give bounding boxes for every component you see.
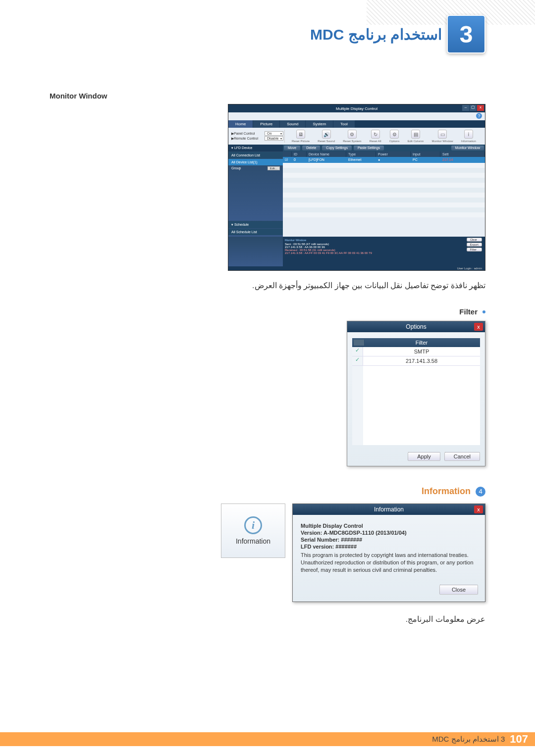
reset-sound-button[interactable]: 🔊Reset Sound <box>318 130 335 143</box>
information-heading: Information 4 <box>422 486 485 497</box>
options-dialog-title: Options x <box>347 321 485 332</box>
options-dialog: Options x Filter ✓ SMTP ✓ 217.141.3.58 A… <box>347 321 485 466</box>
filter-header-label: Filter <box>365 340 479 346</box>
tab-home[interactable]: Home <box>228 120 253 128</box>
info-dialog-close-button[interactable]: x <box>474 505 483 513</box>
reset-all-button[interactable]: ↻Reset All <box>370 130 381 143</box>
mw-recv-line2: 217.141.3.58 : AA FF 00 03 41 F9 00 3C A… <box>285 252 483 254</box>
info-close-button[interactable]: Close <box>439 585 478 595</box>
delete-button[interactable]: Delete <box>302 146 320 151</box>
options-title-text: Options <box>406 323 426 330</box>
info-icon-label: Information <box>236 537 270 545</box>
col-input[interactable]: Input <box>411 151 440 157</box>
col-type[interactable]: Type <box>346 151 376 157</box>
cell-name: [LFD]FON <box>307 157 346 163</box>
info-version: Version: A-MDC8GDSP-1110 (2013/01/04) <box>301 530 477 536</box>
tab-tool[interactable]: Tool <box>333 120 355 128</box>
move-button[interactable]: Move <box>284 146 300 151</box>
cell-power: ● <box>376 157 411 163</box>
monitor-window-toggle[interactable]: Monitor Window <box>451 146 484 151</box>
info-dialog-title-text: Information <box>374 506 404 513</box>
cell-sett: 217.14 <box>440 157 485 163</box>
body-text-2: عرض معلومات البرنامج. <box>50 614 485 624</box>
chapter-number-box: 3 <box>447 15 485 53</box>
sidebar-all-connection[interactable]: All Connection List <box>228 152 283 158</box>
information-label: Information <box>461 140 476 143</box>
cell-id: 0 <box>292 157 307 163</box>
monitor-window-label: Monitor Window <box>432 140 453 143</box>
body-text-1: تظهر نافذة توضح تفاصيل نقل البيانات بين … <box>50 281 485 290</box>
cell-type: Ethernet <box>346 157 376 163</box>
mw-filter-button[interactable]: Filter <box>467 248 482 252</box>
close-button[interactable]: x <box>477 105 484 111</box>
col-sett[interactable]: Sett <box>440 151 485 157</box>
maximize-button[interactable]: ▢ <box>470 105 477 111</box>
bullet-dot-icon <box>482 310 485 313</box>
sidebar-schedule[interactable]: ▾ Schedule <box>228 221 283 228</box>
remote-control-select[interactable]: Disable <box>265 136 283 141</box>
device-table-header: ID Device Name Type Power Input Sett <box>283 151 485 157</box>
page-number: 107 <box>510 733 528 746</box>
filter-check-icon[interactable]: ✓ <box>352 356 363 365</box>
tab-picture[interactable]: Picture <box>253 120 280 128</box>
lfd-device-header[interactable]: ▾ LFD Device <box>228 145 283 151</box>
information-button[interactable]: iInformation <box>461 130 476 143</box>
mw-export-button[interactable]: Export <box>467 243 482 247</box>
filter-empty-rows <box>352 366 480 445</box>
edit-column-label: Edit Column <box>408 140 424 143</box>
col-device-name[interactable]: Device Name <box>307 151 346 157</box>
reset-all-label: Reset All <box>370 140 381 143</box>
reset-picture-button[interactable]: 🖥Reset Picture <box>292 130 310 143</box>
col-power[interactable]: Power <box>376 151 411 157</box>
cell-input: PC <box>411 157 440 163</box>
mw-title: Monitor Window <box>285 239 483 242</box>
group-edit-button[interactable]: Edit... <box>268 166 280 170</box>
edit-column-button[interactable]: ▤Edit Column <box>408 130 424 143</box>
tab-system[interactable]: System <box>306 120 333 128</box>
panel-control-label: ▶Panel Control <box>231 132 255 136</box>
filter-label: Filter <box>459 307 478 316</box>
information-icon-box[interactable]: i Information <box>221 504 285 558</box>
copy-settings-button[interactable]: Copy Settings <box>322 146 352 151</box>
info-serial: Serial Number: ####### <box>301 537 477 543</box>
sidebar-all-device[interactable]: All Device List(1) <box>228 159 283 165</box>
paste-settings-button[interactable]: Paste Settings <box>354 146 384 151</box>
info-lfd-version: LFD version: ####### <box>301 544 477 550</box>
options-close-button[interactable]: x <box>474 323 483 331</box>
mdc-titlebar: Multiple Display Control – ▢ x <box>228 104 485 112</box>
monitor-window-heading: Monitor Window <box>50 92 485 100</box>
filter-check-icon[interactable]: ✓ <box>352 347 363 356</box>
monitor-window-button[interactable]: ▭Monitor Window <box>432 130 453 143</box>
chapter-header: 3 استخدام برنامج MDC <box>310 15 485 53</box>
mdc-app-screenshot: Multiple Display Control – ▢ x ? Home Pi… <box>228 104 485 271</box>
device-table-row[interactable]: ☑ 0 [LFD]FON Ethernet ● PC 217.14 <box>283 157 485 163</box>
information-label: Information <box>422 486 471 497</box>
mdc-sidebar: All Connection List All Device List(1) G… <box>228 151 283 221</box>
apply-button[interactable]: Apply <box>408 452 440 461</box>
monitor-window-panel: Monitor Window Sent : 00:51:58 (47 milli… <box>228 237 485 266</box>
sidebar-all-schedule[interactable]: All Schedule List <box>228 229 283 235</box>
cancel-button[interactable]: Cancel <box>444 452 480 461</box>
col-id[interactable]: ID <box>292 151 307 157</box>
panel-control-select[interactable]: On <box>265 131 283 136</box>
filter-row-smtp[interactable]: ✓ SMTP <box>352 347 480 356</box>
options-label: Options <box>389 140 400 143</box>
minimize-button[interactable]: – <box>462 105 469 111</box>
information-dialog: Information x Multiple Display Control V… <box>292 504 485 602</box>
remote-control-label: ▶Remote Control <box>231 137 258 141</box>
mdc-window-title: Multiple Display Control <box>336 106 377 111</box>
info-icon: i <box>244 516 262 534</box>
filter-row-text: 217.141.3.58 <box>363 356 480 365</box>
help-icon[interactable]: ? <box>476 113 482 119</box>
mdc-help-row: ? <box>228 112 485 120</box>
filter-row-text: SMTP <box>363 347 480 356</box>
mw-clear-button[interactable]: Clear <box>467 238 482 242</box>
filter-row-ip[interactable]: ✓ 217.141.3.58 <box>352 356 480 366</box>
info-paragraph: This program is protected by copyright l… <box>301 552 477 574</box>
reset-system-button[interactable]: ⚙Reset System <box>343 130 361 143</box>
options-button[interactable]: ⚙Options <box>389 130 400 143</box>
mdc-footer: User Login : admin <box>228 266 485 270</box>
tab-sound[interactable]: Sound <box>280 120 306 128</box>
page-footer-text: 3 استخدام برنامج MDC <box>432 735 505 744</box>
mdc-toolbar: ▶Panel Control On ▶Remote Control Disabl… <box>228 128 485 145</box>
